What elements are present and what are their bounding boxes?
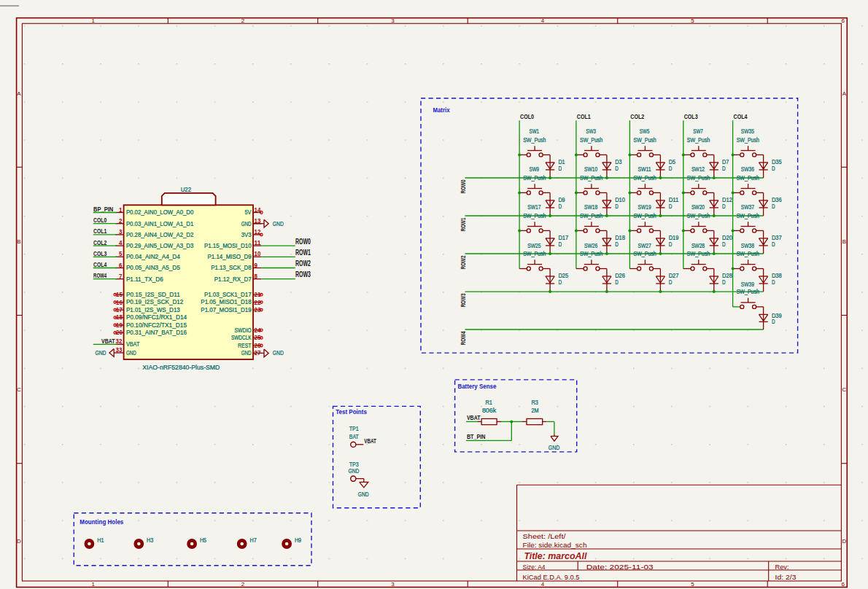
svg-text:SW_Push: SW_Push bbox=[633, 174, 656, 182]
svg-text:D: D bbox=[615, 165, 619, 172]
svg-text:SW_Push: SW_Push bbox=[633, 136, 656, 144]
svg-text:COL3: COL3 bbox=[93, 249, 106, 257]
svg-text:4: 4 bbox=[541, 581, 545, 588]
svg-text:20: 20 bbox=[116, 329, 123, 336]
svg-text:COL2: COL2 bbox=[93, 238, 106, 246]
svg-text:D: D bbox=[772, 318, 775, 325]
svg-text:2M: 2M bbox=[532, 407, 539, 414]
svg-text:SW12: SW12 bbox=[691, 165, 705, 173]
svg-text:SW_Push: SW_Push bbox=[737, 174, 760, 182]
svg-text:SW_Push: SW_Push bbox=[687, 136, 710, 144]
svg-text:P0.02_AIN0_LOW_A0_D0: P0.02_AIN0_LOW_A0_D0 bbox=[126, 208, 194, 216]
svg-text:1: 1 bbox=[119, 206, 122, 214]
svg-text:SW20: SW20 bbox=[691, 203, 705, 211]
svg-text:6: 6 bbox=[842, 17, 845, 24]
svg-text:P0.15_I2S_SD_D11: P0.15_I2S_SD_D11 bbox=[126, 291, 180, 298]
svg-text:COL2: COL2 bbox=[630, 112, 644, 120]
svg-text:P1.01_I2S_WS_D13: P1.01_I2S_WS_D13 bbox=[126, 306, 180, 313]
svg-text:D: D bbox=[615, 241, 619, 248]
svg-text:D: D bbox=[772, 241, 775, 248]
svg-text:H5: H5 bbox=[200, 537, 206, 544]
svg-text:File: side.kicad_sch: File: side.kicad_sch bbox=[523, 542, 587, 549]
svg-text:3V3: 3V3 bbox=[241, 231, 252, 238]
svg-text:SWDIO: SWDIO bbox=[235, 327, 252, 334]
svg-text:19: 19 bbox=[116, 321, 123, 329]
svg-text:COL4: COL4 bbox=[93, 260, 107, 268]
svg-text:16: 16 bbox=[116, 299, 123, 306]
svg-text:ROW0: ROW0 bbox=[459, 179, 467, 193]
svg-text:H1: H1 bbox=[97, 537, 104, 544]
svg-text:P0.04_AIN2_A4_D4: P0.04_AIN2_A4_D4 bbox=[126, 253, 180, 260]
svg-text:ROW4: ROW4 bbox=[459, 331, 467, 345]
svg-text:2: 2 bbox=[119, 217, 122, 225]
svg-text:GND: GND bbox=[349, 467, 360, 475]
svg-text:ROW1: ROW1 bbox=[295, 249, 311, 257]
svg-text:P0.10/NFC2/TX1_D15: P0.10/NFC2/TX1_D15 bbox=[126, 321, 187, 329]
svg-text:A: A bbox=[17, 90, 21, 97]
svg-text:P0.05_AIN3_A5_D5: P0.05_AIN3_A5_D5 bbox=[126, 264, 180, 271]
svg-text:SW18: SW18 bbox=[584, 203, 597, 211]
svg-text:ROW0: ROW0 bbox=[295, 238, 311, 246]
svg-text:Mounting Holes: Mounting Holes bbox=[80, 518, 123, 526]
svg-text:GND: GND bbox=[273, 349, 284, 356]
svg-text:SW_Push: SW_Push bbox=[633, 250, 656, 257]
svg-text:SW25: SW25 bbox=[527, 242, 540, 249]
svg-text:C: C bbox=[842, 386, 846, 393]
svg-text:P0.31_AIN7_BAT_D16: P0.31_AIN7_BAT_D16 bbox=[126, 329, 187, 336]
svg-text:D: D bbox=[669, 203, 673, 210]
svg-text:SW7: SW7 bbox=[693, 128, 703, 135]
svg-text:SW1: SW1 bbox=[530, 128, 540, 135]
svg-text:A: A bbox=[842, 90, 847, 97]
svg-text:SW11: SW11 bbox=[638, 165, 651, 173]
svg-text:P1.07_MOSI1_D19: P1.07_MOSI1_D19 bbox=[201, 306, 251, 313]
svg-text:806k: 806k bbox=[482, 407, 497, 414]
svg-text:D: D bbox=[669, 165, 673, 172]
svg-text:SW_Push: SW_Push bbox=[737, 136, 760, 144]
svg-text:7: 7 bbox=[119, 273, 122, 280]
svg-text:SW_Push: SW_Push bbox=[687, 174, 710, 182]
svg-text:BP_PIN: BP_PIN bbox=[93, 205, 113, 213]
svg-text:SW19: SW19 bbox=[638, 203, 651, 211]
svg-text:H9: H9 bbox=[295, 537, 301, 544]
svg-text:P1.11_TX_D6: P1.11_TX_D6 bbox=[126, 276, 163, 283]
svg-text:5: 5 bbox=[691, 581, 694, 588]
svg-text:4: 4 bbox=[541, 17, 545, 24]
svg-text:SW36: SW36 bbox=[741, 165, 754, 173]
svg-text:23: 23 bbox=[255, 306, 261, 313]
svg-text:SW9: SW9 bbox=[530, 165, 540, 173]
svg-text:22: 22 bbox=[255, 299, 261, 306]
svg-text:D: D bbox=[558, 241, 562, 248]
svg-text:D: D bbox=[842, 538, 846, 545]
svg-text:GND: GND bbox=[126, 349, 136, 356]
svg-text:D: D bbox=[772, 165, 775, 172]
svg-text:32: 32 bbox=[116, 338, 123, 345]
svg-text:ROW2: ROW2 bbox=[295, 260, 311, 268]
svg-text:COL0: COL0 bbox=[520, 112, 534, 120]
svg-text:SW26: SW26 bbox=[584, 242, 597, 249]
svg-text:SW38: SW38 bbox=[741, 242, 754, 249]
svg-text:Date: 2025-11-03: Date: 2025-11-03 bbox=[586, 563, 654, 571]
svg-text:17: 17 bbox=[116, 306, 123, 313]
svg-text:COL4: COL4 bbox=[734, 112, 748, 120]
svg-text:1: 1 bbox=[91, 581, 95, 588]
svg-text:P0.28_AIN4_LOW_A2_D2: P0.28_AIN4_LOW_A2_D2 bbox=[126, 231, 194, 238]
svg-text:R3: R3 bbox=[532, 399, 538, 406]
svg-text:P0.09/NFC1/RX1_D14: P0.09/NFC1/RX1_D14 bbox=[126, 313, 187, 321]
svg-text:SW35: SW35 bbox=[741, 128, 754, 135]
svg-text:SW_Push: SW_Push bbox=[687, 212, 710, 219]
svg-text:TP3: TP3 bbox=[349, 461, 359, 468]
svg-text:GND: GND bbox=[358, 491, 369, 498]
svg-text:SW_Push: SW_Push bbox=[633, 212, 656, 219]
svg-text:D: D bbox=[722, 203, 726, 210]
svg-text:2: 2 bbox=[241, 581, 245, 588]
svg-text:SW10: SW10 bbox=[584, 165, 597, 173]
svg-text:P1.03_SCK1_D17: P1.03_SCK1_D17 bbox=[204, 291, 252, 298]
svg-text:D: D bbox=[772, 203, 775, 210]
svg-text:SW_Push: SW_Push bbox=[737, 212, 760, 219]
svg-text:ROW4: ROW4 bbox=[93, 271, 107, 279]
svg-text:SW_Push: SW_Push bbox=[523, 250, 546, 257]
svg-text:GND: GND bbox=[95, 349, 106, 356]
svg-text:SW3: SW3 bbox=[586, 128, 596, 135]
svg-text:U22: U22 bbox=[181, 185, 191, 193]
svg-text:SWDCLK: SWDCLK bbox=[231, 334, 252, 341]
